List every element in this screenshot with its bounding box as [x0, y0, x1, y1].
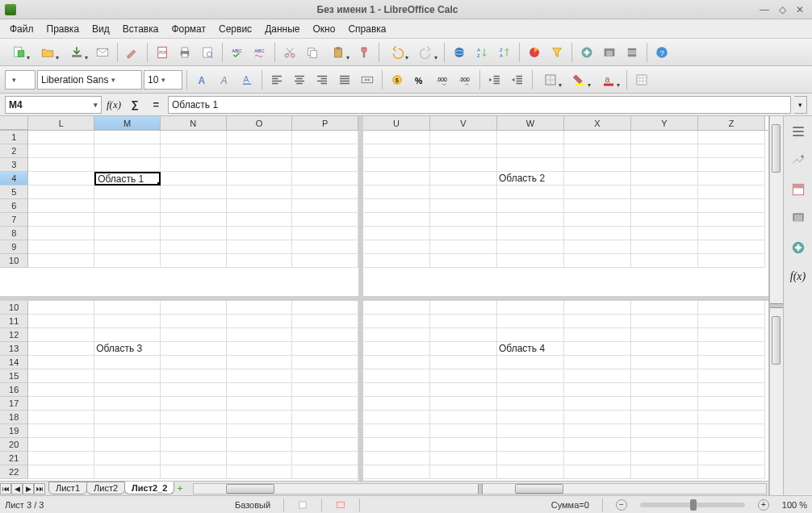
- cell-L22[interactable]: [28, 465, 94, 479]
- cell-P1[interactable]: [292, 131, 358, 144]
- cell-W11[interactable]: [497, 315, 564, 328]
- cell-Z6[interactable]: [698, 199, 765, 213]
- cell-Z20[interactable]: [698, 438, 765, 452]
- cell-M13[interactable]: Область 3: [94, 342, 161, 356]
- cell-Z21[interactable]: [698, 452, 765, 465]
- cell-V3[interactable]: [430, 158, 497, 172]
- cell-Y21[interactable]: [631, 452, 698, 465]
- cell-Y13[interactable]: [631, 342, 698, 356]
- cell-P8[interactable]: [292, 227, 358, 240]
- cell-X10[interactable]: [564, 254, 631, 268]
- cell-N21[interactable]: [161, 452, 227, 465]
- print-preview-button[interactable]: [197, 42, 218, 63]
- cell-P20[interactable]: [292, 438, 358, 452]
- cell-P19[interactable]: [292, 424, 358, 438]
- column-header-M[interactable]: M: [94, 116, 161, 130]
- cell-U11[interactable]: [363, 315, 430, 328]
- cell-O15[interactable]: [227, 369, 293, 383]
- cell-Y9[interactable]: [631, 240, 698, 254]
- cell-M3[interactable]: [94, 158, 161, 172]
- cell-O6[interactable]: [227, 199, 293, 213]
- cell-P4[interactable]: [292, 172, 358, 186]
- cell-Z1[interactable]: [698, 131, 765, 144]
- font-color-button[interactable]: a: [595, 69, 622, 90]
- tab-nav-prev[interactable]: ◀: [11, 483, 23, 494]
- cell-X22[interactable]: [564, 465, 631, 479]
- row-header-7[interactable]: 7: [0, 213, 28, 227]
- merge-cells-button[interactable]: [357, 69, 378, 90]
- cell-P18[interactable]: [292, 411, 358, 424]
- cell-L1[interactable]: [28, 131, 94, 144]
- cell-O21[interactable]: [227, 452, 293, 465]
- name-box[interactable]: M4▾: [5, 96, 102, 114]
- cell-V20[interactable]: [430, 438, 497, 452]
- row-header-5[interactable]: 5: [0, 186, 28, 199]
- cell-Y12[interactable]: [631, 328, 698, 342]
- italic-button[interactable]: A: [214, 69, 235, 90]
- cell-U17[interactable]: [363, 397, 430, 411]
- more-options-button[interactable]: [631, 69, 652, 90]
- cell-X13[interactable]: [564, 342, 631, 356]
- cell-N7[interactable]: [161, 213, 227, 227]
- row-header-4[interactable]: 4: [0, 172, 28, 186]
- cell-O16[interactable]: [227, 383, 293, 397]
- column-header-X[interactable]: X: [564, 116, 631, 130]
- cell-X3[interactable]: [564, 158, 631, 172]
- redo-button[interactable]: [412, 42, 440, 63]
- cell-V10[interactable]: [430, 254, 497, 268]
- cell-V6[interactable]: [430, 199, 497, 213]
- cell-O4[interactable]: [227, 172, 293, 186]
- cell-Z17[interactable]: [698, 397, 765, 411]
- percent-button[interactable]: %: [409, 69, 430, 90]
- cell-M4[interactable]: Область 1: [94, 172, 161, 186]
- align-left-button[interactable]: [266, 69, 287, 90]
- cell-M18[interactable]: [94, 411, 161, 424]
- cell-O19[interactable]: [227, 424, 293, 438]
- cell-Z15[interactable]: [698, 369, 765, 383]
- row-header-1[interactable]: 1: [0, 131, 28, 144]
- export-pdf-button[interactable]: PDF: [152, 42, 173, 63]
- cell-L19[interactable]: [28, 424, 94, 438]
- sidebar-styles-icon[interactable]: [788, 179, 809, 200]
- cell-W10[interactable]: [497, 254, 564, 268]
- cell-X15[interactable]: [564, 369, 631, 383]
- menu-tools[interactable]: Сервис: [212, 21, 258, 37]
- cell-Y14[interactable]: [631, 356, 698, 369]
- cell-U15[interactable]: [363, 369, 430, 383]
- cell-V16[interactable]: [430, 383, 497, 397]
- cell-Y3[interactable]: [631, 158, 698, 172]
- column-header-U[interactable]: U: [363, 116, 430, 130]
- row-header-16[interactable]: 16: [0, 383, 28, 397]
- cell-Y16[interactable]: [631, 383, 698, 397]
- row-header-17[interactable]: 17: [0, 397, 28, 411]
- cell-N11[interactable]: [161, 315, 227, 328]
- formula-input[interactable]: Область 1: [168, 96, 791, 114]
- cell-N15[interactable]: [161, 369, 227, 383]
- row-header-6[interactable]: 6: [0, 199, 28, 213]
- cell-N3[interactable]: [161, 158, 227, 172]
- row-header-10[interactable]: 10: [0, 254, 28, 268]
- maximize-button[interactable]: ◇: [775, 3, 789, 16]
- row-header-10[interactable]: 10: [0, 301, 28, 315]
- cell-V21[interactable]: [430, 452, 497, 465]
- column-header-Z[interactable]: Z: [698, 116, 765, 130]
- cell-N6[interactable]: [161, 199, 227, 213]
- cell-W22[interactable]: [497, 465, 564, 479]
- row-header-18[interactable]: 18: [0, 411, 28, 424]
- font-name-combo[interactable]: Liberation Sans▾: [37, 70, 142, 90]
- cell-X9[interactable]: [564, 240, 631, 254]
- cell-X19[interactable]: [564, 424, 631, 438]
- spellcheck-button[interactable]: ABC: [227, 42, 248, 63]
- cell-Z22[interactable]: [698, 465, 765, 479]
- cell-N13[interactable]: [161, 342, 227, 356]
- cell-M10[interactable]: [94, 254, 161, 268]
- sidebar-properties-icon[interactable]: [788, 121, 809, 142]
- cell-N16[interactable]: [161, 383, 227, 397]
- cell-X5[interactable]: [564, 186, 631, 199]
- cell-P9[interactable]: [292, 240, 358, 254]
- cell-W13[interactable]: Область 4: [497, 342, 564, 356]
- add-decimal-button[interactable]: .000: [432, 69, 453, 90]
- column-header-N[interactable]: N: [161, 116, 227, 130]
- sidebar-functions-icon[interactable]: f(x): [788, 266, 809, 287]
- cell-Y8[interactable]: [631, 227, 698, 240]
